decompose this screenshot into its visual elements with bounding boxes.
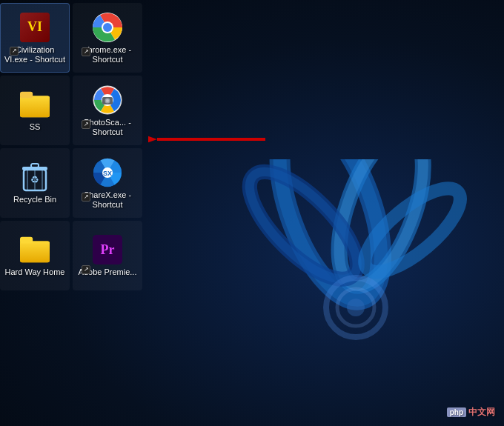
hardway-folder-icon xyxy=(20,235,50,264)
svg-rect-32 xyxy=(20,237,33,244)
php-logo: php 中文网 xyxy=(447,406,495,419)
sharex-icon: SX xyxy=(93,158,122,187)
svg-point-9 xyxy=(347,299,365,316)
shortcut-arrow-civ6 xyxy=(10,47,19,56)
svg-rect-25 xyxy=(31,164,39,167)
svg-rect-16 xyxy=(20,96,50,118)
shortcut-arrow-premiere xyxy=(82,265,90,274)
desktop-wallpaper-swirl xyxy=(237,159,474,396)
recycle-bin-label: Recycle Bin xyxy=(13,195,56,204)
shortcut-arrow-chrome xyxy=(82,47,90,56)
red-arrow-indicator xyxy=(148,124,267,154)
photoscan-icon xyxy=(93,85,122,115)
ss-folder-icon xyxy=(20,90,50,119)
svg-rect-31 xyxy=(20,242,50,263)
desktop-icon-sharex[interactable]: SX ShareX.exe - Shortcut xyxy=(73,148,142,218)
svg-point-14 xyxy=(103,23,112,32)
shortcut-arrow-sharex xyxy=(82,193,90,202)
svg-text:♻: ♻ xyxy=(30,174,39,185)
desktop-icons-container: VI Civilization VI.exe - Shortcut chrome… xyxy=(0,3,144,292)
hardway-label: Hard Way Home xyxy=(5,267,65,277)
watermark: php 中文网 xyxy=(447,406,495,419)
desktop-icon-ss[interactable]: SS xyxy=(0,76,70,145)
desktop-icon-photoscan[interactable]: PhotoSca... - Shortcut xyxy=(73,76,142,145)
desktop-icon-chrome[interactable]: chrome.exe - Shortcut xyxy=(73,3,142,73)
svg-point-22 xyxy=(106,99,109,102)
desktop-icon-premiere[interactable]: Pr Adobe Premie... xyxy=(73,221,142,290)
recycle-bin-icon: ♻ xyxy=(20,162,50,192)
svg-text:SX: SX xyxy=(103,170,112,177)
svg-text:Pr: Pr xyxy=(101,242,115,257)
chrome-icon xyxy=(93,13,122,42)
desktop-icon-civ6[interactable]: VI Civilization VI.exe - Shortcut xyxy=(0,3,70,73)
desktop-icon-recycle-bin[interactable]: ♻ Recycle Bin xyxy=(0,148,70,218)
shortcut-arrow-photoscan xyxy=(82,120,90,129)
watermark-text: 中文网 xyxy=(468,406,495,419)
civ6-icon: VI xyxy=(20,13,50,42)
svg-rect-17 xyxy=(20,92,33,99)
ss-label: SS xyxy=(30,122,41,132)
desktop-icon-hardway[interactable]: Hard Way Home xyxy=(0,221,70,290)
php-badge: php xyxy=(447,407,466,417)
premiere-icon: Pr xyxy=(93,235,122,264)
